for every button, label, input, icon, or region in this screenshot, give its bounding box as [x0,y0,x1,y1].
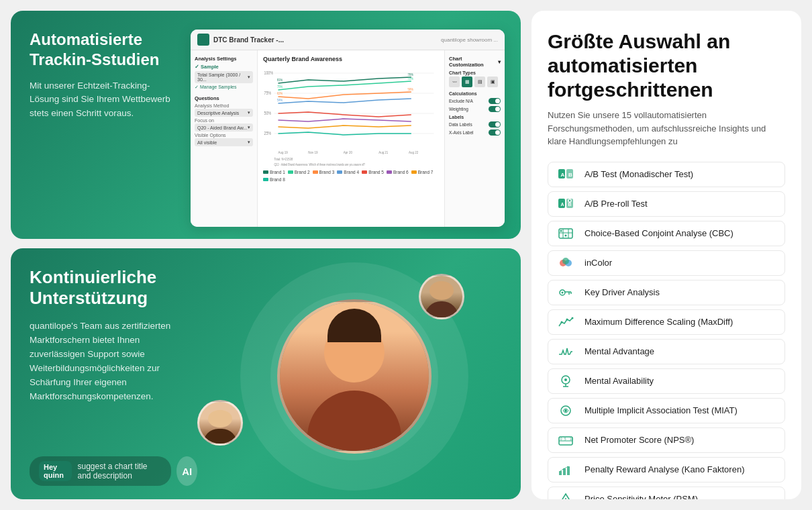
ss-header: DTC Brand Tracker -... quantilope showro… [191,30,505,50]
avatar-main [277,299,432,454]
method-key-driver-label: Key Driver Analysis [585,287,660,297]
support-avatars [204,267,505,486]
support-desc: quantilope's Team aus zertifizierten Mar… [30,319,197,404]
method-ab-test-label: A/B Test (Monadischer Test) [585,169,693,179]
mental-availability-icon [555,373,576,389]
svg-text:Nov 19: Nov 19 [308,150,317,154]
miat-icon [555,403,576,419]
tracking-desc: Mit unserer Echtzeit-Tracking-Lösung sin… [30,79,177,120]
svg-text:70%: 70% [408,76,414,81]
maxdiff-icon [555,314,576,330]
method-incolor-label: inColor [585,258,612,268]
svg-text:0: 0 [560,438,562,441]
right-title: Größte Auswahl an automatisierten fortge… [548,30,785,102]
svg-text:A: A [561,202,564,207]
left-column: Automatisierte Trackin-Sstudien Mit unse… [11,11,521,499]
svg-point-42 [562,291,564,293]
svg-text:Apr 20: Apr 20 [344,150,352,154]
ai-bubble: Hey quinn suggest a chart title and desc… [30,456,171,486]
psm-icon [555,491,576,500]
method-conjoint-label: Choice-Based Conjoint Analyse (CBC) [585,228,733,238]
method-psm: Price Sensitivity Meter (PSM) [548,487,785,500]
svg-text:Total: N=21538: Total: N=21538 [274,157,293,161]
svg-text:Aug 22: Aug 22 [409,150,418,154]
svg-text:75%: 75% [264,90,271,95]
svg-text:100%: 100% [264,70,273,75]
ss-header-right: quantilope showroom ... [441,37,498,43]
support-text: Kontinuierliche Unterstützung quantilope… [30,267,197,486]
svg-text:58%: 58% [408,87,414,91]
method-maxdiff: Maximum Difference Scaling (MaxDiff) [548,309,785,335]
support-card: Kontinuierliche Unterstützung quantilope… [11,248,521,499]
svg-text:5: 5 [564,438,566,441]
svg-rect-61 [563,468,566,475]
method-kano-label: Penalty Reward Analyse (Kano Faktoren) [585,464,744,474]
ai-circle-button[interactable]: AI [176,456,197,486]
method-nps: 0510 Net Promoter Score (NPS®) [548,427,785,453]
svg-rect-60 [559,471,562,475]
method-mental-advantage: Mental Advantage [548,339,785,364]
tracking-screenshot: DTC Brand Tracker -... quantilope showro… [191,30,505,227]
method-ab-preroll-label: A/B Pre-roll Test [585,199,648,209]
right-column: Größte Auswahl an automatisierten fortge… [531,11,801,499]
svg-text:Aug 19: Aug 19 [278,150,287,154]
method-ab-test: AB A/B Test (Monadischer Test) [548,162,785,187]
method-mental-availability: Mental Availability [548,368,785,394]
svg-text:62%: 62% [277,91,283,95]
ai-text: suggest a chart title and description [77,462,162,480]
ss-analysis-settings: Analysis Settings ✓ Sample Total Sample … [195,56,253,90]
tracking-card: Automatisierte Trackin-Sstudien Mit unse… [11,11,521,239]
svg-text:A: A [561,172,565,178]
ab-test-icon: AB [555,166,576,183]
method-miat-label: Multiple Implicit Association Test (MIAT… [585,405,738,415]
kano-icon [555,462,576,478]
svg-text:76%: 76% [408,72,414,76]
method-key-driver: Key Driver Analysis [548,280,785,305]
method-ab-preroll: AB A/B Pre-roll Test [548,191,785,217]
svg-text:Aug 21: Aug 21 [378,150,388,154]
ss-logo [197,34,209,46]
ss-chart: 100% 75% 50% 25% Aug 19 Nov 19 [263,66,439,167]
svg-point-48 [572,317,574,319]
svg-text:B: B [568,202,572,207]
svg-point-40 [562,258,569,264]
svg-point-36 [560,230,562,232]
svg-point-46 [561,321,563,323]
ss-sidebar: Analysis Settings ✓ Sample Total Sample … [191,50,258,227]
svg-text:54%: 54% [277,98,283,102]
ai-badge: Hey quinn suggest a chart title and desc… [30,456,197,486]
avatar-small-2 [197,400,243,446]
method-mental-advantage-label: Mental Advantage [585,346,654,356]
mental-advantage-icon [555,344,576,360]
svg-text:25%: 25% [264,130,271,136]
method-psm-label: Price Sensitivity Meter (PSM) [585,494,698,499]
svg-rect-62 [567,466,570,475]
tracking-text: Automatisierte Trackin-Sstudien Mit unse… [30,30,177,227]
method-mental-availability-label: Mental Availability [585,376,654,386]
svg-point-47 [566,318,568,320]
ss-body: Analysis Settings ✓ Sample Total Sample … [191,50,505,227]
ab-preroll-icon: AB [555,196,576,212]
nps-icon: 0510 [555,432,576,448]
svg-text:50%: 50% [264,110,271,115]
incolor-icon [555,255,576,271]
method-nps-label: Net Promoter Score (NPS®) [585,435,694,445]
svg-text:B: B [568,172,572,178]
ss-header-title: DTC Brand Tracker -... [213,36,284,44]
svg-point-37 [565,234,567,236]
svg-text:10: 10 [570,438,574,441]
ss-right-panel: Chart Customization ▾ Chart Types 〰 ▦ ▤ … [444,50,505,227]
svg-text:75%: 75% [277,85,283,89]
ss-main: Quarterly Brand Awareness 100% 75% 50% 2… [258,50,444,227]
svg-point-54 [564,409,567,412]
ss-legend: Brand 1 Brand 2 Brand 3 Brand 4 Brand 5 … [263,170,439,182]
svg-point-52 [564,378,567,381]
right-subtitle: Nutzen Sie unsere 15 vollautomatisierten… [548,109,785,148]
method-miat: Multiple Implicit Association Test (MIAT… [548,398,785,423]
method-incolor: inColor [548,250,785,276]
ai-label: Hey quinn [39,461,72,481]
method-maxdiff-label: Maximum Difference Scaling (MaxDiff) [585,317,733,327]
svg-text:81%: 81% [277,78,283,82]
key-driver-icon [555,285,576,301]
conjoint-icon [555,225,576,242]
